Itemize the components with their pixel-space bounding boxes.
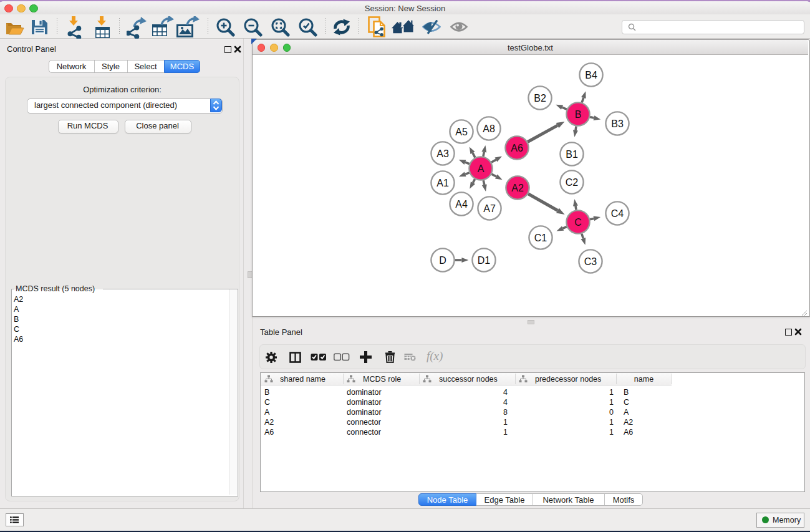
- svg-text:C2: C2: [566, 177, 579, 188]
- svg-text:A: A: [478, 163, 485, 174]
- svg-text:C: C: [574, 217, 582, 228]
- svg-text:B4: B4: [585, 70, 597, 80]
- svg-text:A8: A8: [483, 123, 495, 134]
- svg-text:C1: C1: [534, 233, 547, 243]
- svg-text:A5: A5: [455, 127, 468, 137]
- svg-text:B: B: [575, 109, 582, 120]
- svg-text:C4: C4: [611, 208, 624, 219]
- svg-text:A7: A7: [483, 203, 496, 214]
- svg-text:D: D: [439, 255, 446, 266]
- svg-text:B3: B3: [611, 118, 624, 129]
- svg-text:B1: B1: [566, 149, 578, 160]
- svg-text:D1: D1: [478, 255, 491, 266]
- svg-text:C3: C3: [584, 256, 597, 267]
- svg-text:A2: A2: [511, 183, 524, 193]
- svg-text:A3: A3: [436, 148, 449, 159]
- svg-text:B2: B2: [534, 93, 546, 104]
- svg-text:A4: A4: [455, 199, 468, 210]
- svg-text:A6: A6: [511, 143, 523, 153]
- svg-text:A1: A1: [436, 178, 449, 188]
